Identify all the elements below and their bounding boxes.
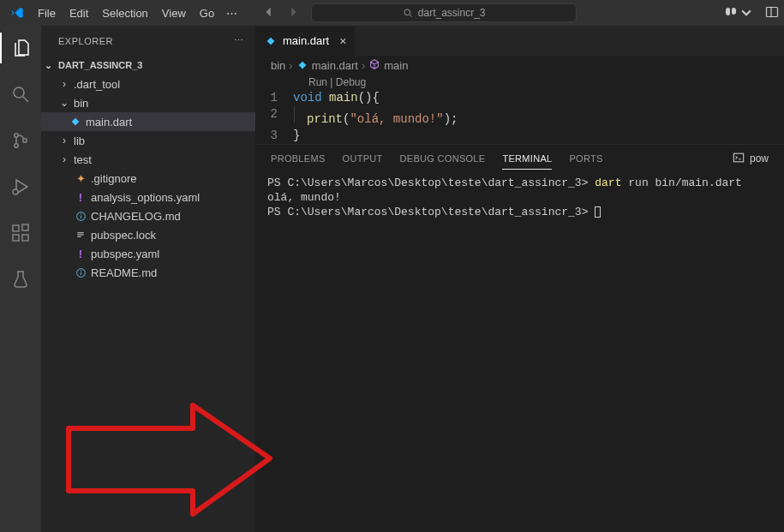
explorer-more-icon[interactable]: ⋯ [234,35,244,46]
file-tree: › .dart_tool ⌄ bin main.dart › lib › tes… [41,75,255,282]
svg-rect-12 [22,235,28,241]
folder-lib[interactable]: › lib [41,131,255,150]
tab-main-dart[interactable]: main.dart × [255,26,356,56]
line-number: 3 [255,128,293,144]
code-editor[interactable]: 1 void main(){ 2 print("olá, mundo!"); 3… [255,90,784,144]
term-prompt: PS C:\Users\Marcos\Desktop\teste\dart_as… [267,206,595,218]
terminal-output[interactable]: PS C:\Users\Marcos\Desktop\teste\dart_as… [255,172,784,223]
file-gitignore[interactable]: ✦ .gitignore [41,169,255,188]
file-changelog[interactable]: CHANGELOG.md [41,206,255,225]
line-number: 2 [255,106,293,128]
info-file-icon [74,266,87,279]
file-label: .gitignore [91,172,136,185]
term-args: run bin/main.dart [621,176,741,189]
svg-point-8 [23,139,27,142]
nav-forward-icon[interactable] [287,6,299,21]
panel-tab-problems[interactable]: PROBLEMS [271,148,326,169]
chevron-down-icon: ⌄ [58,97,70,109]
folder-bin[interactable]: ⌄ bin [41,93,255,112]
workspace-name: DART_ASSINCR_3 [58,60,142,70]
chevron-right-icon: › [58,78,70,90]
svg-point-16 [80,213,81,214]
activity-search-icon[interactable] [0,79,41,110]
file-label: pubspec.yaml [91,248,159,260]
svg-rect-10 [13,225,19,231]
svg-point-9 [13,189,18,194]
term-command: dart [595,176,621,189]
file-label: README.md [91,266,157,279]
activity-explorer-icon[interactable] [0,33,41,63]
activitybar [0,26,41,532]
crumb-bin[interactable]: bin [271,59,285,72]
panel-tab-terminal[interactable]: TERMINAL [502,148,552,170]
folder-label: bin [74,97,88,110]
editor-group: main.dart × bin › main.dart › main Run |… [255,26,784,532]
dart-file-icon [69,115,82,129]
crumb-file[interactable]: main.dart [312,59,358,72]
yaml-file-icon: ! [74,190,87,204]
menu-selection[interactable]: Selection [95,3,154,23]
layout-icon[interactable] [765,5,779,21]
activity-testing-icon[interactable] [0,264,41,295]
svg-rect-11 [13,235,19,241]
svg-rect-13 [22,224,28,230]
file-pubspec-lock[interactable]: pubspec.lock [41,225,255,244]
svg-point-6 [15,134,18,137]
file-pubspec-yaml[interactable]: ! pubspec.yaml [41,244,255,263]
crumb-symbol[interactable]: main [384,59,408,72]
chevron-right-icon: › [289,59,292,72]
folder-test[interactable]: › test [41,150,255,169]
titlebar: File Edit Selection View Go ⋯ dart_assin… [0,0,784,26]
info-file-icon [74,209,87,223]
file-readme[interactable]: README.md [41,263,255,282]
menu-edit[interactable]: Edit [63,3,95,23]
panel-tab-ports[interactable]: PORTS [569,148,602,169]
search-icon [403,8,413,18]
file-label: main.dart [86,116,132,129]
line-number: 1 [255,90,293,106]
file-label: analysis_options.yaml [91,191,200,204]
folder-label: lib [74,134,85,147]
svg-point-22 [80,270,81,271]
breadcrumbs[interactable]: bin › main.dart › main [255,56,784,75]
file-label: pubspec.lock [91,229,156,242]
sidebar-explorer: EXPLORER ⋯ ⌄ DART_ASSINCR_3 › .dart_tool… [41,26,255,532]
terminal-shell-icon[interactable] [733,152,745,166]
command-center[interactable]: dart_assincr_3 [311,3,577,22]
bottom-panel: PROBLEMS OUTPUT DEBUG CONSOLE TERMINAL P… [255,144,784,268]
term-prompt: PS C:\Users\Marcos\Desktop\teste\dart_as… [267,176,595,189]
menu-view[interactable]: View [155,3,193,23]
tab-label: main.dart [283,34,329,47]
folder-dart-tool[interactable]: › .dart_tool [41,75,255,93]
svg-point-4 [14,87,24,98]
codelens: Run | Debug [255,75,784,90]
tab-close-icon[interactable]: × [339,34,346,48]
menu-go[interactable]: Go [193,3,221,23]
lock-file-icon [74,228,87,242]
symbol-cube-icon [368,58,380,73]
nav-back-icon[interactable] [263,6,275,21]
chevron-right-icon: › [362,59,365,72]
codelens-run[interactable]: Run [308,76,327,88]
dart-file-icon [296,59,308,71]
copilot-icon[interactable] [724,5,753,21]
dart-file-icon [264,34,278,48]
menu-more-icon[interactable]: ⋯ [221,3,242,23]
file-analysis-options[interactable]: ! analysis_options.yaml [41,188,255,206]
vscode-logo-icon [10,6,26,20]
term-stdout: olá, mundo! [267,190,772,205]
codelens-debug[interactable]: Debug [336,76,366,88]
panel-tab-debug[interactable]: DEBUG CONSOLE [400,148,486,169]
workspace-header[interactable]: ⌄ DART_ASSINCR_3 [41,56,255,75]
folder-label: .dart_tool [74,78,120,91]
panel-tab-output[interactable]: OUTPUT [343,148,383,169]
svg-point-0 [404,9,410,15]
terminal-shell-label: pow [750,152,769,164]
file-main-dart[interactable]: main.dart [41,112,255,131]
git-file-icon: ✦ [74,171,87,185]
activity-scm-icon[interactable] [0,125,41,156]
activity-extensions-icon[interactable] [0,218,41,248]
menu-file[interactable]: File [31,3,63,23]
activity-debug-icon[interactable] [0,171,41,202]
file-label: CHANGELOG.md [91,210,181,223]
